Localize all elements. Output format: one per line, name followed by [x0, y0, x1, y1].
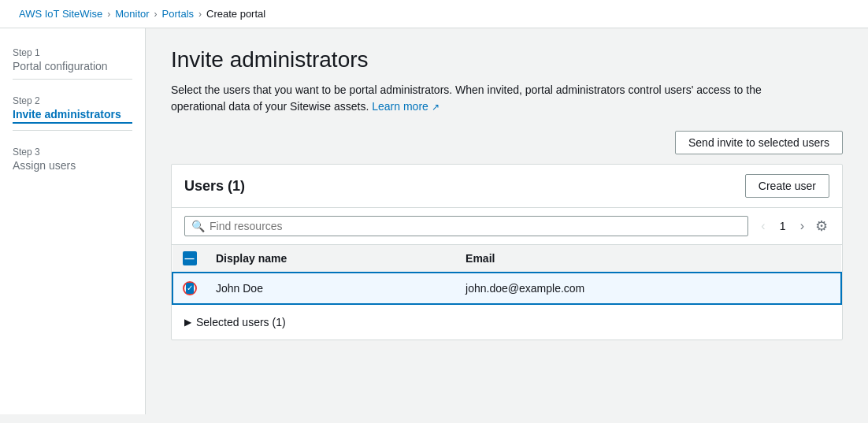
selected-users-label: Selected users (1): [196, 316, 286, 328]
breadcrumb-link-monitor[interactable]: Monitor: [115, 8, 149, 20]
sidebar-step-1: Step 1 Portal configuration: [13, 47, 132, 80]
row-checkbox-wrapper[interactable]: ✓: [183, 281, 197, 295]
row-email: john.doe@example.com: [456, 273, 841, 304]
step-2-divider: [13, 130, 132, 131]
breadcrumb-link-portals[interactable]: Portals: [162, 8, 194, 20]
search-input-wrapper[interactable]: 🔍: [184, 216, 748, 236]
breadcrumb-link-sitewise[interactable]: AWS IoT SiteWise: [19, 8, 102, 20]
checkbox-inner: ✓: [186, 283, 194, 294]
search-row: 🔍 ‹ 1 › ⚙: [172, 208, 842, 245]
sidebar-step-3: Step 3 Assign users: [13, 147, 132, 172]
step-3-name: Assign users: [13, 159, 132, 172]
users-table: — Display name Email: [172, 245, 842, 305]
pagination-current: 1: [775, 220, 791, 232]
page-content: Invite administrators Select the users t…: [146, 28, 868, 414]
col-email: Email: [456, 245, 841, 273]
header-checkbox-wrapper[interactable]: —: [182, 251, 197, 265]
expand-icon: ▶: [184, 317, 191, 328]
step-1-name: Portal configuration: [13, 60, 132, 72]
minus-icon: —: [185, 254, 195, 263]
row-checkbox-selected[interactable]: ✓: [183, 281, 197, 295]
selected-users-section[interactable]: ▶ Selected users (1): [172, 305, 842, 340]
breadcrumb-sep-1: ›: [107, 9, 110, 20]
panel-title: Users (1): [184, 178, 245, 195]
pagination: ‹ 1 › ⚙: [758, 216, 829, 236]
action-row: Send invite to selected users: [171, 131, 843, 154]
step-1-divider: [13, 79, 132, 80]
step-2-name: Invite administrators: [13, 108, 132, 124]
breadcrumb-sep-2: ›: [154, 9, 158, 20]
step-1-label: Step 1: [13, 47, 132, 58]
bottom-bar: Cancel Next: [0, 414, 868, 423]
settings-button[interactable]: ⚙: [814, 216, 829, 236]
row-display-name: John Doe: [206, 273, 456, 304]
step-3-label: Step 3: [13, 147, 132, 158]
table-header: — Display name Email: [172, 245, 841, 273]
search-input[interactable]: [210, 220, 741, 232]
description-text: Select the users that you want to be por…: [171, 83, 762, 113]
create-user-button[interactable]: Create user: [745, 174, 829, 198]
pagination-prev-button[interactable]: ‹: [758, 217, 768, 235]
panel-header: Users (1) Create user: [172, 165, 842, 208]
table-row: ✓ John Doe john.doe@example.com: [172, 273, 841, 304]
breadcrumb-current: Create portal: [206, 8, 265, 20]
row-checkbox-cell[interactable]: ✓: [172, 273, 206, 304]
search-icon: 🔍: [191, 220, 205, 232]
page-title: Invite administrators: [171, 47, 843, 72]
external-link-icon: ↗: [432, 102, 440, 113]
sidebar-step-2: Step 2 Invite administrators: [13, 95, 132, 131]
checkmark-icon: ✓: [187, 284, 193, 292]
users-panel: Users (1) Create user 🔍 ‹ 1 › ⚙: [171, 164, 843, 340]
learn-more-link[interactable]: Learn more ↗: [372, 100, 439, 113]
breadcrumb-sep-3: ›: [198, 9, 202, 20]
breadcrumb: AWS IoT SiteWise › Monitor › Portals › C…: [0, 0, 868, 28]
page-description: Select the users that you want to be por…: [171, 82, 785, 115]
step-2-label: Step 2: [13, 95, 132, 106]
pagination-next-button[interactable]: ›: [797, 217, 807, 235]
send-invite-button[interactable]: Send invite to selected users: [675, 131, 843, 154]
col-display-name: Display name: [206, 245, 456, 273]
table-body: ✓ John Doe john.doe@example.com: [172, 273, 841, 304]
select-all-checkbox[interactable]: —: [183, 251, 197, 265]
col-checkbox: —: [172, 245, 206, 273]
sidebar: Step 1 Portal configuration Step 2 Invit…: [0, 28, 146, 414]
